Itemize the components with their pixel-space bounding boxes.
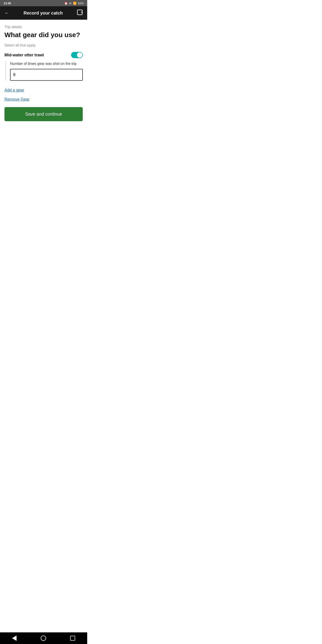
gear-toggle[interactable] (71, 52, 83, 58)
gear-toggle-row: Mid-water otter trawl (4, 52, 83, 58)
gear-shots-input[interactable] (10, 69, 83, 81)
gear-detail-label: Number of times gear was shot on the tri… (10, 61, 83, 66)
main-content: Trip details What gear did you use? Sele… (0, 20, 87, 130)
alarm-icon: ⏰ (64, 2, 68, 5)
save-continue-button[interactable]: Save and continue (4, 107, 83, 121)
status-time: 13:36 (4, 2, 11, 5)
status-icons: ⏰ ⊖ 📶 52% (64, 2, 84, 5)
page-title: What gear did you use? (4, 31, 83, 39)
trip-details-label: Trip details (4, 25, 83, 29)
app-header: ← Record your catch (0, 6, 87, 20)
toggle-thumb (77, 52, 82, 58)
minus-circle-icon: ⊖ (69, 2, 72, 5)
gear-name: Mid-water otter trawl (4, 53, 44, 58)
signal-icon: 📶 (73, 2, 76, 5)
header-title: Record your catch (24, 10, 63, 16)
status-bar: 13:36 ⏰ ⊖ 📶 52% (0, 0, 87, 6)
gear-detail-section: Number of times gear was shot on the tri… (5, 61, 83, 81)
battery-icon: 52% (78, 2, 84, 5)
select-all-label: Select all that apply. (4, 44, 83, 48)
remove-gear-link[interactable]: Remove Gear (4, 97, 30, 102)
add-gear-link[interactable]: Add a gear (4, 88, 24, 92)
back-button[interactable]: ← (4, 10, 10, 16)
links-section: Add a gear Remove Gear (4, 88, 83, 102)
menu-icon[interactable] (77, 10, 83, 16)
